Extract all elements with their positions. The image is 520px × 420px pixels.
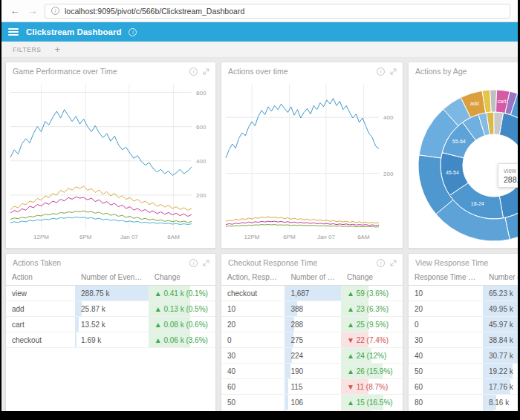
table-cell: 30.77 k [483, 348, 518, 364]
table-row[interactable]: view288.75 k▲ 0.41 k (0.1%) [6, 286, 215, 301]
table-row[interactable]: 3038.84 k [409, 332, 518, 348]
svg-text:add: add [470, 101, 479, 106]
table-cell: ▲ 15 (16.5%) [341, 395, 403, 410]
table-cell: add [6, 301, 75, 317]
table-cell: cart [6, 317, 75, 332]
table-header-row: ActionNumber of Events ↓Change [6, 269, 215, 286]
table-cell: 30 [409, 332, 483, 348]
table-row[interactable]: 1065.23 k [409, 286, 518, 301]
svg-text:6PM: 6PM [283, 234, 296, 240]
table-cell: 388 [285, 301, 341, 317]
dashboard-grid: Game Performance over Time i 12PM6PMJan … [1, 58, 518, 411]
table-cell: 10 [221, 301, 285, 317]
table-cell: 13.52 k [75, 317, 149, 332]
column-header[interactable]: Action, Response Ti [221, 269, 285, 286]
table-cell: 115 [285, 379, 341, 395]
browser-toolbar: ← → i localhost:9095/pivot/c/566b/Clicks… [1, 0, 518, 22]
table-cell: 50 [221, 395, 285, 410]
table-cell: 106 [285, 395, 341, 410]
table-cell: 50 [409, 364, 483, 379]
table-cell: ▲ 0.41 k (0.1%) [149, 286, 215, 301]
table-cell: 30 [221, 348, 285, 364]
column-header[interactable]: Change [149, 269, 215, 286]
expand-icon[interactable] [390, 68, 397, 75]
add-filter-button[interactable]: + [55, 45, 61, 54]
column-header[interactable]: Response Time Buc [409, 269, 483, 286]
table-cell: 190 [285, 364, 341, 379]
table-cell: 70 [409, 410, 483, 412]
table-row[interactable]: 30224▲ 24 (12%) [221, 348, 403, 364]
table-cell: ▲ 24 (12%) [341, 348, 403, 364]
table-row[interactable]: 50106▲ 15 (16.5%) [221, 395, 403, 410]
browser-window: ← → i localhost:9095/pivot/c/566b/Clicks… [1, 0, 518, 411]
table-cell: 7.23 k [483, 410, 518, 412]
table-cell: checkout [6, 332, 75, 348]
info-icon[interactable]: i [189, 68, 198, 76]
table-cell: 45.97 k [483, 317, 518, 332]
table-row[interactable]: 6017.76 k [409, 379, 518, 395]
panel-title: Actions Taken [13, 258, 61, 267]
info-icon[interactable]: i [377, 68, 385, 76]
table-cell: 38.84 k [483, 332, 518, 348]
tooltip-label: view [504, 167, 518, 174]
table-row[interactable]: 20288▲ 25 (9.5%) [221, 317, 403, 332]
table-cell: 70 [221, 410, 285, 412]
panel-title: Checkout Response Time [228, 258, 317, 267]
table-cell: view [6, 286, 75, 301]
table-cell: 275 [285, 332, 341, 348]
table-row[interactable]: 10388▲ 23 (6.3%) [221, 301, 403, 317]
screen: ← → i localhost:9095/pivot/c/566b/Clicks… [0, 0, 520, 420]
svg-text:200: 200 [196, 192, 207, 199]
table-row[interactable]: checkout1,687▲ 59 (3.6%) [221, 286, 403, 301]
table-cell: 0 [409, 317, 483, 332]
site-info-icon[interactable]: i [51, 7, 59, 15]
table-cell: 25.87 k [75, 301, 149, 317]
table-row[interactable]: 4030.77 k [409, 348, 518, 364]
table-row[interactable]: add25.87 k▲ 0.13 k (0.5%) [6, 301, 215, 317]
table-cell: 20 [409, 301, 483, 317]
tooltip-value: 288.75 [504, 175, 518, 184]
table-cell: 1.69 k [75, 332, 149, 348]
table-row[interactable]: 045.97 k [409, 317, 518, 332]
table-row[interactable]: 808.16 k [409, 395, 518, 410]
panel-actions-over-time: Actions over time i 12PM6PMJan 076AM2004… [221, 62, 403, 249]
table-row[interactable]: 5019.22 k [409, 364, 518, 379]
table-row[interactable]: 40190▲ 26 (15.9%) [221, 364, 403, 379]
url-bar[interactable]: i localhost:9095/pivot/c/566b/Clickstrea… [45, 4, 510, 19]
table-row[interactable]: 7046▼ 6 (11.5%) [221, 410, 403, 412]
dashboard-info-icon[interactable]: i [129, 28, 137, 36]
column-header[interactable]: Change [341, 269, 403, 286]
column-header[interactable]: Number of Eve... ↓ [285, 269, 341, 286]
url-text[interactable]: localhost:9095/pivot/c/566b/Clickstream_… [65, 7, 244, 16]
expand-icon[interactable] [390, 260, 397, 266]
app-header: Clickstream Dashboard i [1, 22, 518, 42]
table-cell: 20 [221, 317, 285, 332]
menu-icon[interactable] [8, 28, 19, 36]
info-icon[interactable]: i [377, 259, 385, 267]
table-row[interactable]: checkout1.69 k▲ 0.06 k (3.6%) [6, 332, 215, 348]
svg-text:12PM: 12PM [33, 234, 49, 240]
table-row[interactable]: 0275▼ 22 (7.4%) [221, 332, 403, 348]
table-cell: 1,687 [285, 286, 341, 301]
game-performance-chart[interactable]: 12PM6PMJan 076AM200400600800 [6, 78, 215, 246]
table-cell: 40 [221, 364, 285, 379]
table-cell: 224 [285, 348, 341, 364]
info-icon[interactable]: i [189, 259, 198, 267]
actions-taken-table: ActionNumber of Events ↓Change view288.7… [6, 269, 215, 348]
column-header[interactable]: Action [6, 269, 75, 286]
expand-icon[interactable] [203, 260, 209, 266]
table-row[interactable]: 2049.95 k [409, 301, 518, 317]
table-row[interactable]: cart13.52 k▲ 0.08 k (0.6%) [6, 317, 215, 332]
checkout-response-table: Action, Response TiNumber of Eve... ↓Cha… [221, 269, 403, 411]
svg-text:18-24: 18-24 [471, 201, 484, 206]
column-header[interactable]: Number of Eve... [483, 269, 518, 286]
back-icon[interactable]: ← [9, 5, 21, 16]
table-row[interactable]: 707.23 k [409, 410, 518, 412]
table-cell: 288 [285, 317, 341, 332]
table-row[interactable]: 60115▼ 11 (8.7%) [221, 379, 403, 395]
forward-icon[interactable]: → [27, 5, 39, 16]
svg-text:45-54: 45-54 [446, 170, 459, 175]
column-header[interactable]: Number of Events ↓ [75, 269, 149, 286]
expand-icon[interactable] [203, 68, 209, 75]
actions-over-time-chart[interactable]: 12PM6PMJan 076AM200400 [221, 78, 403, 246]
